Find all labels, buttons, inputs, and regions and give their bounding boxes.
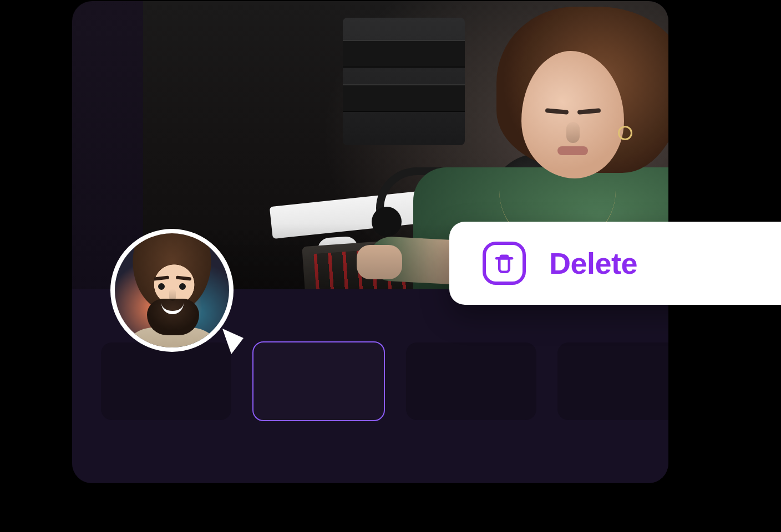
trash-icon: [483, 242, 526, 285]
delete-button[interactable]: Delete: [483, 242, 637, 285]
stage: Delete: [0, 0, 781, 532]
avatar-ring: [110, 229, 234, 352]
comment-avatar[interactable]: [110, 229, 234, 352]
avatar: [115, 233, 229, 347]
delete-label: Delete: [549, 246, 637, 280]
timeline-thumb[interactable]: [406, 342, 536, 420]
timeline-thumb[interactable]: [557, 342, 668, 420]
pointer-triangle-icon: [221, 327, 245, 356]
delete-card: Delete: [449, 222, 781, 305]
timeline-thumb[interactable]: [101, 342, 231, 420]
timeline-thumb-selected[interactable]: [252, 341, 385, 421]
